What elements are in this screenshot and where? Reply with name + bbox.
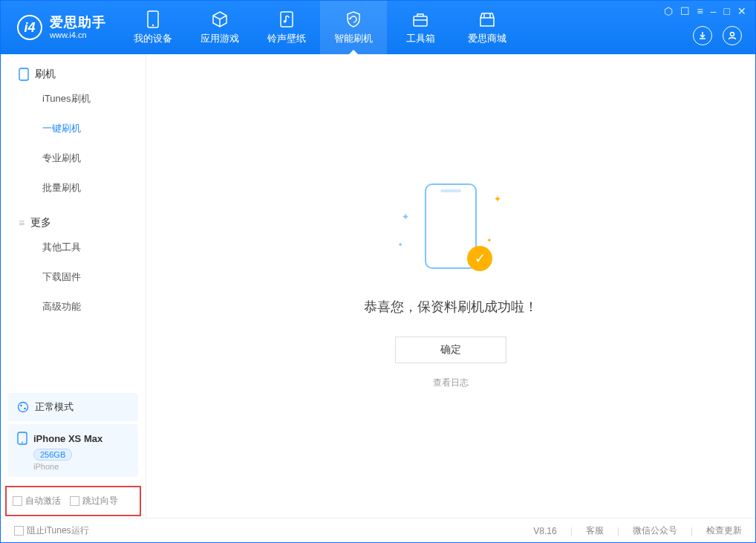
svg-point-8 — [20, 405, 22, 407]
support-link[interactable]: 客服 — [586, 524, 604, 537]
logo: i4 爱思助手 www.i4.cn — [1, 15, 120, 40]
success-message: 恭喜您，保资料刷机成功啦！ — [364, 298, 538, 316]
svg-point-7 — [19, 403, 28, 412]
svg-point-1 — [152, 25, 154, 26]
device-mode-status[interactable]: 正常模式 — [8, 393, 138, 421]
tab-toolbox[interactable]: 工具箱 — [387, 1, 454, 54]
capacity-badge: 256GB — [33, 449, 72, 461]
tab-ringtones[interactable]: 铃声壁纸 — [253, 1, 320, 54]
sidebar-item-batch-flash[interactable]: 批量刷机 — [42, 173, 146, 203]
sidebar-item-oneclick-flash[interactable]: 一键刷机 — [42, 114, 146, 143]
list-icon: ≡ — [19, 217, 25, 229]
check-icon: ✓ — [467, 246, 492, 271]
device-icon — [19, 68, 29, 81]
feedback-icon[interactable]: ☐ — [680, 5, 690, 17]
app-header: i4 爱思助手 www.i4.cn 我的设备 应用游戏 铃声壁纸 智能刷机 工具… — [1, 1, 755, 54]
ok-button[interactable]: 确定 — [395, 336, 506, 363]
highlighted-options: 自动激活 跳过向导 — [5, 486, 141, 516]
toolbox-icon — [411, 10, 430, 29]
skin-icon[interactable]: ⬡ — [664, 5, 673, 17]
window-controls: ⬡ ☐ ≡ – □ ✕ — [664, 5, 746, 17]
sidebar-group-more: ≡ 更多 — [1, 203, 146, 233]
store-icon — [478, 10, 497, 29]
app-title: 爱思助手 — [50, 16, 106, 30]
cube-icon — [210, 10, 229, 29]
maximize-button[interactable]: □ — [724, 5, 730, 17]
device-type-label: iPhone — [33, 462, 129, 471]
sidebar-item-itunes-flash[interactable]: iTunes刷机 — [42, 84, 146, 114]
check-update-link[interactable]: 检查更新 — [706, 524, 742, 537]
sidebar: 刷机 iTunes刷机 一键刷机 专业刷机 批量刷机 ≡ 更多 其他工具 下载固… — [1, 54, 146, 518]
logo-icon: i4 — [17, 15, 42, 40]
sidebar-item-pro-flash[interactable]: 专业刷机 — [42, 143, 146, 173]
success-illustration: ✓ ✦✦ •• — [406, 183, 495, 280]
main-tabs: 我的设备 应用游戏 铃声壁纸 智能刷机 工具箱 爱思商城 — [120, 1, 521, 54]
svg-point-3 — [284, 20, 287, 23]
user-button[interactable] — [723, 26, 742, 45]
app-subtitle: www.i4.cn — [50, 30, 106, 39]
sidebar-item-advanced[interactable]: 高级功能 — [42, 292, 146, 322]
skip-guide-checkbox[interactable]: 跳过向导 — [70, 495, 118, 507]
main-content: ✓ ✦✦ •• 恭喜您，保资料刷机成功啦！ 确定 查看日志 — [146, 54, 755, 518]
minimize-button[interactable]: – — [711, 5, 717, 17]
view-log-link[interactable]: 查看日志 — [433, 377, 469, 389]
tab-store[interactable]: 爱思商城 — [454, 1, 521, 54]
download-button[interactable] — [693, 26, 712, 45]
connected-device-card[interactable]: iPhone XS Max 256GB iPhone — [8, 424, 138, 477]
menu-icon[interactable]: ≡ — [697, 5, 703, 17]
phone-icon — [143, 10, 163, 29]
wechat-link[interactable]: 微信公众号 — [633, 524, 677, 537]
auto-activate-checkbox[interactable]: 自动激活 — [13, 495, 61, 507]
shield-refresh-icon — [344, 10, 363, 29]
phone-small-icon — [17, 432, 27, 445]
tab-flash[interactable]: 智能刷机 — [320, 1, 387, 54]
device-name-label: iPhone XS Max — [33, 433, 102, 444]
block-itunes-checkbox[interactable]: 阻止iTunes运行 — [14, 524, 89, 537]
svg-rect-2 — [281, 12, 293, 27]
svg-rect-4 — [414, 16, 427, 26]
music-file-icon — [277, 10, 296, 29]
sidebar-item-other-tools[interactable]: 其他工具 — [42, 233, 146, 262]
sidebar-group-flash: 刷机 — [1, 54, 146, 84]
version-label: V8.16 — [533, 526, 556, 536]
svg-point-9 — [24, 408, 26, 410]
tab-apps[interactable]: 应用游戏 — [186, 1, 253, 54]
svg-point-11 — [22, 442, 23, 443]
tab-my-device[interactable]: 我的设备 — [120, 1, 186, 54]
svg-point-5 — [731, 33, 734, 36]
footer: 阻止iTunes运行 V8.16 | 客服 | 微信公众号 | 检查更新 — [1, 518, 755, 543]
close-button[interactable]: ✕ — [737, 5, 746, 17]
svg-rect-6 — [19, 68, 28, 80]
sidebar-item-download-firmware[interactable]: 下载固件 — [42, 262, 146, 292]
refresh-icon — [17, 401, 29, 413]
